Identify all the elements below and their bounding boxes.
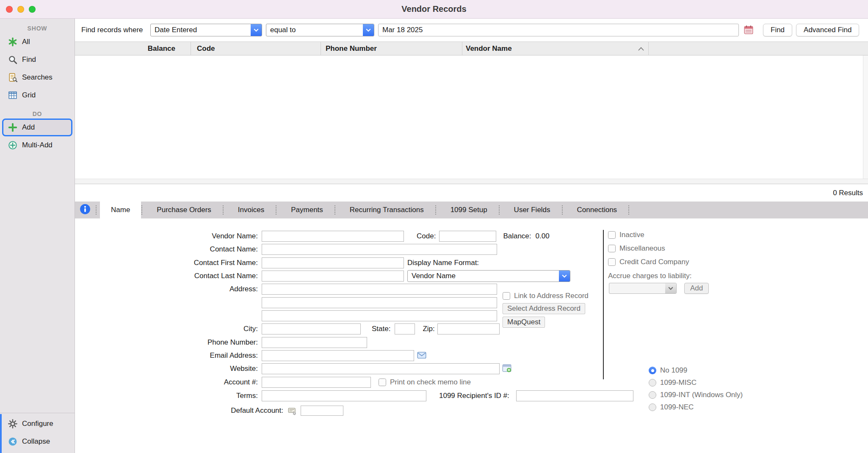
default-account-input[interactable] <box>301 406 343 416</box>
tab-connections[interactable]: Connections <box>566 202 628 218</box>
find-operator-dropdown[interactable]: equal to <box>266 24 374 36</box>
sidebar-item-searches[interactable]: Searches <box>0 69 75 86</box>
terms-input[interactable] <box>262 390 426 401</box>
tab-purchase-orders[interactable]: Purchase Orders <box>146 202 222 218</box>
code-input[interactable] <box>439 231 496 242</box>
radio-1099-misc[interactable] <box>649 379 656 387</box>
contact-name-input[interactable] <box>262 244 497 255</box>
advanced-find-button[interactable]: Advanced Find <box>796 24 859 36</box>
chevron-down-icon <box>251 24 262 36</box>
sidebar-item-label: Searches <box>22 73 53 82</box>
chevron-down-icon <box>665 283 676 293</box>
zoom-button[interactable] <box>29 6 36 13</box>
radio-no-1099[interactable] <box>649 367 656 374</box>
sidebar-item-grid[interactable]: Grid <box>0 86 75 104</box>
display-name-format-value: Vendor Name <box>408 272 559 280</box>
tab-payments[interactable]: Payments <box>280 202 334 218</box>
address-line2-input[interactable] <box>262 297 497 308</box>
display-name-format-dropdown[interactable]: Vendor Name <box>407 270 570 282</box>
print-on-memo-checkbox[interactable] <box>379 378 386 386</box>
open-website-button[interactable] <box>502 363 512 375</box>
traffic-lights <box>6 6 36 13</box>
column-header-empty <box>649 42 868 55</box>
city-state-zip-row: City: State: Zip: <box>75 323 500 335</box>
collapse-button[interactable]: Collapse <box>0 433 75 450</box>
sidebar-item-add[interactable]: Add <box>2 119 72 136</box>
vendor-detail-form: Vendor Name: Code: Balance: 0.00 Contact… <box>75 218 868 453</box>
vendor-name-input[interactable] <box>262 231 404 242</box>
radio-row-1099-int: 1099-INT (Windows Only) <box>649 390 743 400</box>
radio-no-1099-label: No 1099 <box>660 366 687 375</box>
vertical-scrollbar[interactable] <box>863 55 868 179</box>
calendar-icon <box>744 25 754 36</box>
sidebar-footer: Configure Collapse <box>0 413 75 453</box>
mapquest-button[interactable]: MapQuest <box>503 317 545 328</box>
address-label: Address: <box>75 285 262 293</box>
phone-number-input[interactable] <box>262 337 367 348</box>
miscellaneous-checkbox[interactable] <box>608 245 616 252</box>
collapse-icon <box>8 436 18 447</box>
sidebar-item-all[interactable]: All <box>0 33 75 51</box>
accrue-add-button[interactable]: Add <box>684 283 709 294</box>
column-header-phone-number[interactable]: Phone Number <box>321 42 462 55</box>
recipient-id-input[interactable] <box>516 390 633 401</box>
accrue-liability-dropdown[interactable] <box>609 283 677 294</box>
recipient-id-label: 1099 Recipient's ID #: <box>439 392 509 400</box>
tab-recurring-transactions[interactable]: Recurring Transactions <box>339 202 435 218</box>
tab-separator <box>628 205 632 215</box>
account-lookup-button[interactable] <box>287 405 297 417</box>
zip-input[interactable] <box>437 323 500 334</box>
address-row-2 <box>262 297 497 309</box>
horizontal-scrollbar[interactable] <box>75 179 868 184</box>
accrue-liability-row: Add <box>609 283 709 294</box>
tab-separator <box>562 205 566 215</box>
terms-row: Terms: 1099 Recipient's ID #: <box>75 390 633 402</box>
radio-1099-misc-label: 1099-MISC <box>660 378 697 387</box>
radio-row-1099-nec: 1099-NEC <box>649 403 694 412</box>
info-button[interactable] <box>75 202 95 218</box>
state-input[interactable] <box>395 323 415 334</box>
find-value-input[interactable] <box>378 24 739 36</box>
column-header-code[interactable]: Code <box>191 42 321 55</box>
radio-1099-nec[interactable] <box>649 403 656 411</box>
radio-1099-int[interactable] <box>649 391 656 399</box>
website-input[interactable] <box>262 363 500 374</box>
tab-invoices[interactable]: Invoices <box>227 202 275 218</box>
column-header-balance[interactable]: Balance <box>75 42 191 55</box>
inactive-checkbox[interactable] <box>608 231 616 239</box>
terms-label: Terms: <box>75 392 262 400</box>
configure-button[interactable]: Configure <box>0 415 75 433</box>
sidebar-item-multi-add[interactable]: Multi-Add <box>0 136 75 154</box>
sidebar-item-find[interactable]: Find <box>0 51 75 69</box>
find-field-dropdown[interactable]: Date Entered <box>150 24 262 36</box>
find-prompt-label: Find records where <box>81 26 147 34</box>
info-icon <box>80 204 91 217</box>
city-input[interactable] <box>262 323 361 334</box>
column-header-vendor-name[interactable]: Vendor Name <box>462 42 649 55</box>
tab-name[interactable]: Name <box>100 202 141 218</box>
email-address-input[interactable] <box>262 350 414 361</box>
column-header-label: Code <box>197 44 215 53</box>
contact-first-name-input[interactable] <box>262 257 404 268</box>
address-line1-input[interactable] <box>262 284 497 295</box>
account-number-input[interactable] <box>262 377 371 388</box>
close-button[interactable] <box>6 6 13 13</box>
sidebar-item-label: Configure <box>22 420 53 428</box>
link-to-address-label: Link to Address Record <box>514 292 589 300</box>
link-to-address-checkbox[interactable] <box>503 292 510 300</box>
website-row: Website: <box>75 363 512 375</box>
date-picker-button[interactable] <box>743 24 755 36</box>
tab-user-fields[interactable]: User Fields <box>503 202 561 218</box>
display-name-format-label: Display Name Format: <box>407 259 479 267</box>
code-label: Code: <box>417 232 436 240</box>
minimize-button[interactable] <box>17 6 24 13</box>
account-number-label: Account #: <box>75 378 262 387</box>
tab-1099-setup[interactable]: 1099 Setup <box>440 202 498 218</box>
find-button[interactable]: Find <box>763 24 792 36</box>
select-address-record-button[interactable]: Select Address Record <box>503 303 585 314</box>
address-line3-input[interactable] <box>262 310 497 321</box>
vendor-records-window: Vendor Records SHOW All Find <box>0 0 868 453</box>
contact-last-name-input[interactable] <box>262 271 404 282</box>
compose-email-button[interactable] <box>417 350 427 362</box>
credit-card-company-checkbox[interactable] <box>608 258 616 266</box>
